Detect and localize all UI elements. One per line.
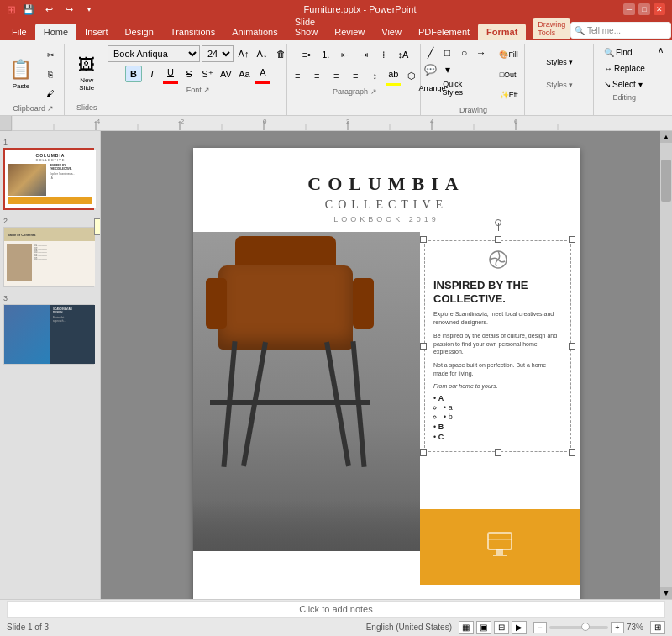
maximize-button[interactable]: □ xyxy=(638,3,650,15)
increase-indent-button[interactable]: ⇥ xyxy=(355,45,374,64)
shape-callout[interactable]: 💬 xyxy=(423,62,438,77)
notes-click[interactable]: Click to add notes xyxy=(7,601,665,618)
handle-br[interactable] xyxy=(569,449,575,456)
text-direction-button[interactable]: ↕A xyxy=(394,45,412,64)
strikethrough-button[interactable]: S xyxy=(181,66,197,82)
shape-fill-button[interactable]: 🎨Fill xyxy=(494,45,524,64)
underline-button[interactable]: U xyxy=(162,64,179,81)
smart-art-button[interactable]: ⬡ xyxy=(402,66,421,85)
tell-me-input[interactable]: 🔍 Tell me... xyxy=(570,22,671,39)
scroll-track[interactable] xyxy=(660,143,672,587)
textshadow-button[interactable]: S⁺ xyxy=(199,66,216,82)
fit-window-btn[interactable]: ⊞ xyxy=(650,621,665,634)
char-spacing-button[interactable]: AV xyxy=(218,66,234,82)
shape-more[interactable]: ▾ xyxy=(440,62,455,77)
minimize-button[interactable]: ─ xyxy=(623,3,635,15)
tab-pdfelement[interactable]: PDFelement xyxy=(410,24,478,40)
tab-design[interactable]: Design xyxy=(117,24,162,40)
slide-thumb-2[interactable]: Table of Contents 01 ─────02 ─────03 ───… xyxy=(3,227,94,287)
zoom-slider[interactable] xyxy=(549,626,608,629)
tab-review[interactable]: Review xyxy=(326,24,373,40)
italic-button[interactable]: I xyxy=(144,66,160,82)
text-box[interactable]: INSPIRED BY THE COLLECTIVE. Explore Scan… xyxy=(424,240,571,452)
handle-tr[interactable] xyxy=(569,236,575,243)
tab-transitions[interactable]: Transitions xyxy=(162,24,223,40)
scrollbar-v[interactable]: ▲ ▼ xyxy=(660,131,672,599)
tab-view[interactable]: View xyxy=(373,24,410,40)
justify-button[interactable]: ≡ xyxy=(346,66,365,85)
shape-actions: Arrange QuickStyles xyxy=(423,79,491,97)
quick-styles-button[interactable]: QuickStyles xyxy=(444,79,462,97)
scroll-down-btn[interactable]: ▼ xyxy=(660,587,672,599)
replace-button[interactable]: ↔ Replace xyxy=(600,61,649,76)
decrease-font-button[interactable]: A↓ xyxy=(254,45,270,62)
shape-rect[interactable]: □ xyxy=(440,45,455,60)
slide-thumb-1[interactable]: COLUMBIA COLLECTIVE INSPIRED BYTHE COLLE… xyxy=(3,148,94,210)
new-slide-button[interactable]: 🖼 NewSlide xyxy=(70,50,103,97)
handle-ml[interactable] xyxy=(420,343,427,350)
handle-tl[interactable] xyxy=(420,236,427,243)
tab-insert[interactable]: Insert xyxy=(76,24,117,40)
shape-oval[interactable]: ○ xyxy=(457,45,472,60)
format-painter-button[interactable]: 🖌 xyxy=(39,84,62,102)
tab-home[interactable]: Home xyxy=(35,24,76,40)
cut-button[interactable]: ✂ xyxy=(39,45,62,64)
collapse-ribbon[interactable]: ∧ xyxy=(658,44,669,115)
find-button[interactable]: 🔍 Find xyxy=(600,45,649,60)
columns-button[interactable]: ⁞ xyxy=(375,45,393,64)
slide-thumb-3[interactable]: SCANDINAVIANDESIGN Minimalistapproach... xyxy=(3,304,94,365)
handle-mr[interactable] xyxy=(569,343,575,350)
scroll-thumb[interactable] xyxy=(661,160,671,202)
quick-more[interactable]: ▾ xyxy=(81,2,97,17)
tab-file[interactable]: File xyxy=(3,24,35,40)
quick-save[interactable]: 💾 xyxy=(21,2,36,17)
quick-redo[interactable]: ↪ xyxy=(61,2,76,17)
zoom-in-btn[interactable]: + xyxy=(611,622,624,633)
slideshow-btn[interactable]: ▶ xyxy=(512,621,527,634)
highlight-button[interactable]: ab xyxy=(385,66,402,82)
close-button[interactable]: ✕ xyxy=(654,3,665,15)
chair-arm-right xyxy=(353,278,374,329)
increase-font-button[interactable]: A↑ xyxy=(235,45,252,62)
line-spacing-button[interactable]: ↕ xyxy=(365,66,384,85)
align-center-button[interactable]: ≡ xyxy=(307,66,326,85)
handle-bl[interactable] xyxy=(420,449,427,456)
numbering-button[interactable]: 1. xyxy=(317,45,335,64)
tab-format[interactable]: Format xyxy=(478,24,526,40)
styles-dropdown-button[interactable]: Styles ▾ xyxy=(530,45,589,79)
canvas-area[interactable]: COLUMBIA COLLECTIVE LOOKBOOK 2019 xyxy=(101,131,672,599)
shape-outline-button[interactable]: □Outl xyxy=(494,66,524,84)
font-name-select[interactable]: Book Antiqua xyxy=(108,45,200,62)
tab-animations[interactable]: Animations xyxy=(223,24,286,40)
handle-tm[interactable] xyxy=(495,236,501,243)
font-color-button[interactable]: A xyxy=(255,64,271,81)
shape-effects-button[interactable]: ✨Eff xyxy=(494,86,524,104)
bullets-button[interactable]: ≡• xyxy=(297,45,316,64)
font-size-select[interactable]: 24 xyxy=(202,45,234,62)
normal-view-btn[interactable]: ▦ xyxy=(459,621,474,634)
shape-arrow[interactable]: → xyxy=(474,45,489,60)
thumb-gold-bar xyxy=(8,197,92,204)
align-left-button[interactable]: ≡ xyxy=(288,66,307,85)
tab-slideshow[interactable]: Slide Show xyxy=(286,13,327,40)
font-size-btn[interactable]: Aa xyxy=(236,66,253,82)
quick-undo[interactable]: ↩ xyxy=(41,2,56,17)
paste-button[interactable]: 📋 Paste xyxy=(5,51,37,97)
copy-button[interactable]: ⎘ xyxy=(39,65,62,83)
reading-view-btn[interactable]: ⊟ xyxy=(494,621,509,634)
decrease-indent-button[interactable]: ⇤ xyxy=(336,45,354,64)
scroll-up-btn[interactable]: ▲ xyxy=(660,131,672,143)
arrange-button[interactable]: Arrange xyxy=(423,79,442,97)
shape-line[interactable]: ╱ xyxy=(423,45,438,60)
bold-button[interactable]: B xyxy=(125,66,142,82)
align-right-button[interactable]: ≡ xyxy=(327,66,345,85)
zoom-out-btn[interactable]: − xyxy=(533,622,547,633)
zoom-slider-thumb[interactable] xyxy=(581,623,590,631)
paragraph-label: Paragraph ↗ xyxy=(333,86,377,97)
handle-bm[interactable] xyxy=(495,449,501,456)
thumb2-body: 01 ─────02 ─────03 ─────04 ─────05 ───── xyxy=(4,241,95,284)
slide-subtitle: COLLECTIVE xyxy=(210,198,563,212)
slide-sorter-btn[interactable]: ▣ xyxy=(476,621,491,634)
clear-format-button[interactable]: 🗑 xyxy=(272,45,289,62)
select-button[interactable]: ↘ Select ▾ xyxy=(600,77,649,92)
